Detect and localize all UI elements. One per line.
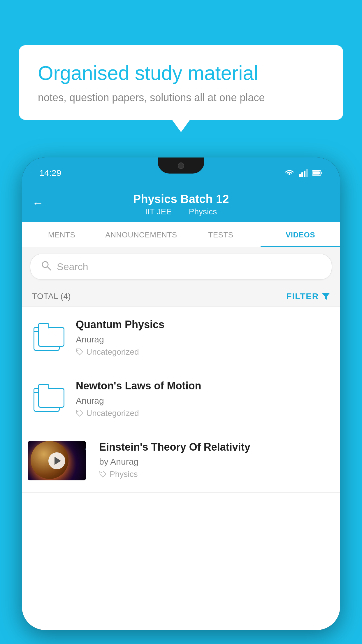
video-author: Anurag xyxy=(76,396,330,406)
status-time: 14:29 xyxy=(39,168,61,178)
tag-label: Uncategorized xyxy=(86,409,139,418)
total-count: TOTAL (4) xyxy=(32,292,71,301)
search-icon xyxy=(41,260,52,274)
filter-label: FILTER xyxy=(286,291,319,301)
back-button[interactable]: ← xyxy=(32,197,44,210)
status-icons xyxy=(284,169,323,177)
list-item[interactable]: Quantum Physics Anurag Uncategorized xyxy=(22,307,340,368)
video-list: Quantum Physics Anurag Uncategorized xyxy=(22,307,340,493)
video-tag: Uncategorized xyxy=(76,409,330,418)
tab-announcements[interactable]: ANNOUNCEMENTS xyxy=(101,222,181,247)
search-bar[interactable]: Search xyxy=(30,254,332,280)
speech-bubble: Organised study material notes, question… xyxy=(19,45,343,120)
status-bar: 14:29 xyxy=(22,158,340,184)
video-author: by Anurag xyxy=(99,457,330,467)
video-tag: Physics xyxy=(99,470,330,479)
bubble-title: Organised study material xyxy=(38,61,324,85)
notch xyxy=(158,158,204,174)
video-thumbnail xyxy=(32,440,90,481)
search-bar-wrapper: Search xyxy=(22,247,340,286)
folder-thumbnail xyxy=(32,379,67,414)
play-triangle-icon xyxy=(55,457,61,465)
folder-stack-icon xyxy=(34,320,66,351)
camera xyxy=(178,162,184,169)
video-info: Newton's Laws of Motion Anurag Uncategor… xyxy=(76,379,330,418)
svg-rect-1 xyxy=(301,172,303,177)
video-info: Einstein's Theory Of Relativity by Anura… xyxy=(99,440,330,479)
tab-tests[interactable]: TESTS xyxy=(181,222,261,247)
tab-bar: MENTS ANNOUNCEMENTS TESTS VIDEOS xyxy=(22,222,340,247)
phone-screen: ← Physics Batch 12 IIT JEE Physics MENTS… xyxy=(22,184,340,630)
signal-icon xyxy=(299,169,308,177)
video-title: Einstein's Theory Of Relativity xyxy=(99,440,330,454)
svg-line-8 xyxy=(47,267,51,270)
folder-stack-icon xyxy=(34,381,66,412)
play-button[interactable] xyxy=(48,452,65,469)
tag-icon xyxy=(76,410,83,417)
video-tag: Uncategorized xyxy=(76,347,330,357)
svg-point-11 xyxy=(77,411,78,412)
filter-button[interactable]: FILTER xyxy=(286,291,330,301)
header-subtitle-2: Physics xyxy=(189,207,217,216)
svg-rect-3 xyxy=(306,169,308,177)
svg-rect-5 xyxy=(313,171,320,174)
tab-ments[interactable]: MENTS xyxy=(22,222,101,247)
svg-rect-0 xyxy=(299,174,301,177)
filter-funnel-icon xyxy=(322,292,330,300)
tag-icon xyxy=(99,470,107,478)
phone-body: 14:29 xyxy=(22,158,340,630)
tag-label: Physics xyxy=(110,470,138,479)
video-preview-image xyxy=(28,441,86,480)
phone-frame: 14:29 xyxy=(22,158,340,644)
tag-icon xyxy=(76,348,83,356)
tag-label: Uncategorized xyxy=(86,347,139,357)
filter-row: TOTAL (4) FILTER xyxy=(22,286,340,307)
list-item[interactable]: Newton's Laws of Motion Anurag Uncategor… xyxy=(22,368,340,429)
battery-icon xyxy=(312,170,323,176)
svg-rect-2 xyxy=(304,171,305,177)
bubble-subtitle: notes, question papers, solutions all at… xyxy=(38,92,324,104)
wifi-icon xyxy=(284,169,295,177)
svg-point-10 xyxy=(77,350,78,351)
header-subtitle: IIT JEE Physics xyxy=(22,207,340,216)
header-subtitle-1: IIT JEE xyxy=(145,207,172,216)
app-header: ← Physics Batch 12 IIT JEE Physics xyxy=(22,184,340,222)
svg-marker-9 xyxy=(322,293,330,300)
video-title: Newton's Laws of Motion xyxy=(76,379,330,393)
speech-bubble-card: Organised study material notes, question… xyxy=(19,45,343,120)
search-placeholder: Search xyxy=(57,261,88,272)
video-title: Quantum Physics xyxy=(76,318,330,332)
svg-rect-6 xyxy=(321,172,322,174)
svg-point-12 xyxy=(101,472,102,473)
list-item[interactable]: Einstein's Theory Of Relativity by Anura… xyxy=(22,429,340,493)
video-info: Quantum Physics Anurag Uncategorized xyxy=(76,318,330,357)
video-author: Anurag xyxy=(76,335,330,344)
header-title: Physics Batch 12 xyxy=(22,192,340,206)
tab-videos[interactable]: VIDEOS xyxy=(261,222,340,247)
folder-thumbnail xyxy=(32,318,67,353)
